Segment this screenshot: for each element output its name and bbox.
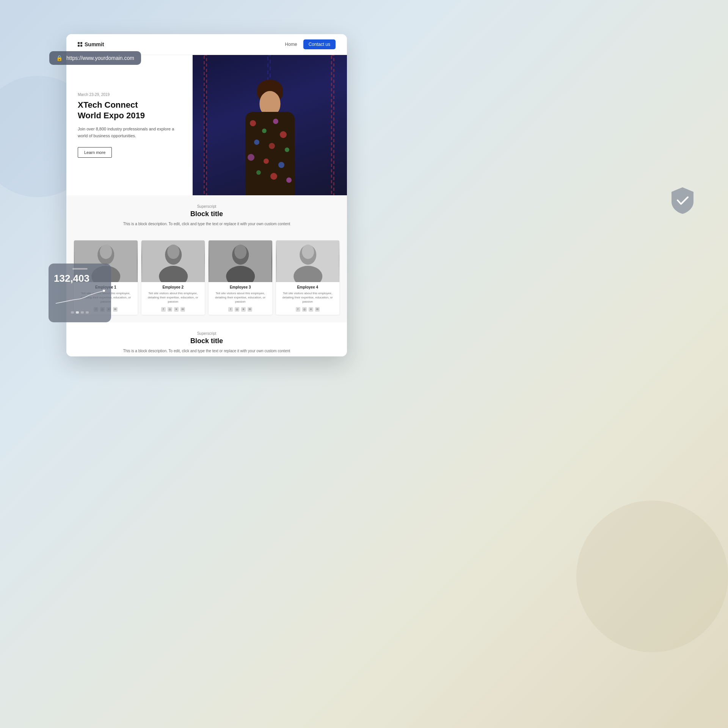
employee-name-4: Employee 4: [279, 285, 337, 289]
svg-point-30: [234, 245, 246, 259]
lock-icon: 🔒: [56, 55, 63, 61]
svg-point-34: [302, 245, 314, 259]
employee-card-4: Employee 4 Tell site visitors about this…: [276, 240, 340, 315]
dress-pattern: [245, 112, 295, 195]
contact-button[interactable]: Contact us: [303, 39, 336, 49]
dot-4: [86, 311, 89, 314]
hero-title-line1: XTech Connect: [78, 100, 138, 110]
url-bar[interactable]: 🔒 https://www.yourdomain.com: [49, 51, 141, 65]
instagram-icon-2[interactable]: ◎: [168, 307, 172, 312]
svg-point-12: [285, 147, 289, 152]
svg-point-6: [250, 120, 256, 126]
employee-social-4: f ◎ ✕ ✉: [279, 307, 337, 312]
speaker-body: [245, 112, 295, 195]
employee-photo-4: [276, 240, 340, 282]
employee-photo-3: [209, 240, 272, 282]
section1-block: Superscript Block title This is a block …: [66, 195, 347, 240]
email-icon-2[interactable]: ✉: [180, 307, 185, 312]
employee-social-2: f ◎ ✕ ✉: [144, 307, 202, 312]
svg-point-14: [264, 158, 269, 164]
section2-block: Superscript Block title This is a block …: [66, 322, 347, 356]
section2-description: This is a block description. To edit, cl…: [74, 348, 339, 354]
svg-point-10: [254, 140, 259, 145]
section1-superscript: Superscript: [74, 204, 339, 209]
twitter-icon-2[interactable]: ✕: [174, 307, 179, 312]
hero-description: Join over 8,800 industry professionals a…: [78, 126, 181, 139]
stats-pagination: [54, 311, 106, 314]
section2-superscript: Superscript: [74, 331, 339, 336]
svg-point-26: [167, 245, 179, 259]
svg-point-16: [256, 170, 261, 175]
svg-point-17: [270, 173, 277, 180]
nav-home-link[interactable]: Home: [285, 42, 297, 47]
dot-3: [81, 311, 84, 314]
hero-title-line2: World Expo 2019: [78, 111, 145, 120]
instagram-icon-4[interactable]: ◎: [302, 307, 307, 312]
facebook-icon-3[interactable]: f: [228, 307, 233, 312]
url-text: https://www.yourdomain.com: [66, 55, 134, 61]
site-logo: Summit: [78, 41, 104, 47]
bg-decoration-right: [576, 500, 728, 652]
drag-handle: [72, 268, 88, 270]
svg-point-9: [280, 131, 287, 138]
twitter-icon-4[interactable]: ✕: [309, 307, 313, 312]
svg-point-15: [278, 162, 284, 168]
logo-dot-2: [80, 42, 82, 44]
learn-more-button[interactable]: Learn more: [78, 147, 112, 158]
employee-info-3: Employee 3 Tell site visitors about this…: [209, 282, 272, 315]
employee-card-3: Employee 3 Tell site visitors about this…: [209, 240, 272, 315]
logo-dot-1: [78, 42, 80, 44]
section2-title: Block title: [74, 337, 339, 345]
logo-text: Summit: [85, 41, 104, 47]
stats-widget: 132,403: [49, 264, 111, 322]
svg-point-0: [103, 290, 105, 292]
employee-social-3: f ◎ ✕ ✉: [212, 307, 269, 312]
employee-info-4: Employee 4 Tell site visitors about this…: [276, 282, 340, 315]
stats-number: 132,403: [54, 273, 106, 284]
logo-grid-icon: [78, 42, 82, 47]
employee-bio-4: Tell site visitors about this employee, …: [279, 291, 337, 304]
logo-dot-4: [80, 45, 82, 47]
employee-info-2: Employee 2 Tell site visitors about this…: [141, 282, 205, 315]
svg-point-22: [100, 245, 112, 259]
email-icon-1[interactable]: ✉: [113, 307, 118, 312]
nav-links: Home Contact us: [285, 39, 336, 49]
section1-description: This is a block description. To edit, cl…: [74, 221, 339, 227]
hero-date: March 23-29, 2019: [78, 93, 181, 97]
employee-photo-2: [141, 240, 205, 282]
hero-section: March 23-29, 2019 XTech Connect World Ex…: [66, 55, 347, 195]
logo-dot-3: [78, 45, 80, 47]
section1-title: Block title: [74, 210, 339, 218]
employee-bio-2: Tell site visitors about this employee, …: [144, 291, 202, 304]
facebook-icon-4[interactable]: f: [296, 307, 300, 312]
dot-1: [71, 311, 74, 314]
svg-point-13: [248, 154, 254, 161]
dot-2: [76, 311, 79, 314]
svg-point-7: [262, 129, 267, 133]
employee-name-2: Employee 2: [144, 285, 202, 289]
hero-title: XTech Connect World Expo 2019: [78, 100, 181, 121]
hero-image: [193, 55, 347, 195]
shield-badge: [669, 186, 696, 215]
svg-point-11: [269, 143, 275, 149]
employee-card-2: Employee 2 Tell site visitors about this…: [141, 240, 205, 315]
email-icon-4[interactable]: ✉: [315, 307, 320, 312]
twitter-icon-3[interactable]: ✕: [241, 307, 246, 312]
svg-point-18: [286, 177, 292, 183]
hero-content: March 23-29, 2019 XTech Connect World Ex…: [66, 55, 193, 195]
employee-name-3: Employee 3: [212, 285, 269, 289]
stats-chart: [54, 287, 106, 308]
facebook-icon-2[interactable]: f: [161, 307, 166, 312]
email-icon-3[interactable]: ✉: [248, 307, 252, 312]
svg-point-8: [273, 119, 278, 124]
instagram-icon-3[interactable]: ◎: [235, 307, 239, 312]
employee-bio-3: Tell site visitors about this employee, …: [212, 291, 269, 304]
